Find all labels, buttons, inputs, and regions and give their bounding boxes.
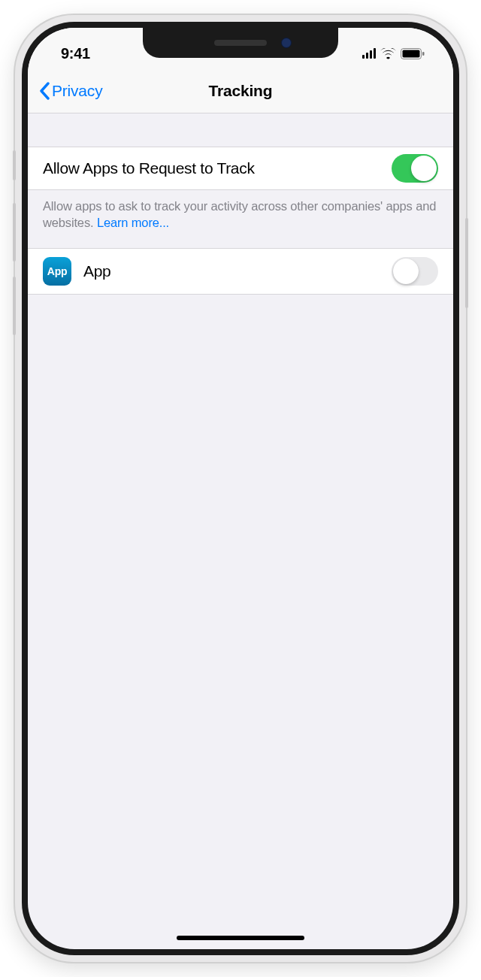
home-indicator[interactable] [177,936,304,940]
power-button [465,218,468,308]
front-camera [281,38,292,48]
screen: 9:41 [28,28,453,949]
tracking-description: Allow apps to ask to track your activity… [28,190,453,248]
speaker-grille [214,40,267,46]
app-tracking-toggle[interactable] [392,257,438,286]
chevron-left-icon [38,82,50,100]
volume-down-button [13,277,16,335]
volume-up-button [13,203,16,262]
learn-more-link[interactable]: Learn more... [97,216,169,229]
allow-tracking-label: Allow Apps to Request to Track [43,159,392,177]
nav-bar: Privacy Tracking [28,68,453,113]
back-label: Privacy [52,82,102,100]
svg-rect-1 [403,50,420,57]
back-button[interactable]: Privacy [38,82,102,100]
silent-switch [13,150,16,180]
app-name-label: App [83,262,392,280]
notch [143,28,338,58]
allow-tracking-row: Allow Apps to Request to Track [28,147,453,190]
status-icons [362,48,431,59]
phone-frame: 9:41 [15,15,466,962]
app-icon: App [43,257,71,286]
wifi-icon [380,48,396,59]
svg-rect-2 [422,52,425,56]
status-time: 9:41 [50,45,90,62]
allow-tracking-toggle[interactable] [392,154,438,183]
cellular-icon [362,48,377,59]
battery-icon [401,48,425,59]
app-tracking-row: App App [28,248,453,295]
